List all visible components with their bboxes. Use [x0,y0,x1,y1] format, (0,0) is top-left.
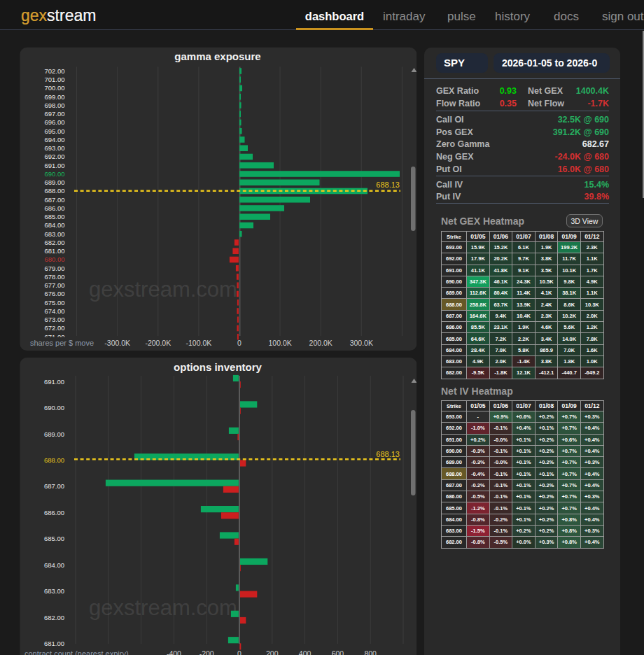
svg-text:700.00: 700.00 [44,84,64,92]
svg-text:680.00: 680.00 [44,255,64,263]
svg-text:-200.0K: -200.0K [145,339,171,347]
svg-text:692.00: 692.00 [44,153,64,160]
svg-text:702.00: 702.00 [44,67,64,75]
svg-text:690.00: 690.00 [44,404,64,411]
svg-text:676.00: 676.00 [44,290,64,297]
svg-text:698.00: 698.00 [44,101,64,109]
svg-text:683.00: 683.00 [44,587,64,595]
svg-text:gexstream.com: gexstream.com [89,596,237,620]
svg-text:685.00: 685.00 [44,535,64,542]
svg-text:-400: -400 [167,649,181,655]
svg-text:688.13: 688.13 [376,181,400,189]
svg-text:gexstream.com: gexstream.com [89,277,237,302]
svg-text:0: 0 [237,649,241,655]
svg-text:200: 200 [266,649,279,655]
svg-text:0: 0 [237,339,241,347]
svg-text:682.00: 682.00 [44,239,64,246]
svg-text:695.00: 695.00 [44,127,64,135]
svg-text:673.00: 673.00 [44,316,64,323]
svg-text:689.00: 689.00 [44,178,64,186]
svg-text:687.00: 687.00 [44,482,64,490]
svg-text:691.00: 691.00 [44,378,64,386]
svg-text:679.00: 679.00 [44,265,64,272]
svg-text:683.00: 683.00 [44,230,64,238]
svg-text:-200: -200 [200,649,214,655]
svg-text:681.00: 681.00 [44,247,64,255]
svg-text:300.0K: 300.0K [350,339,373,347]
svg-text:678.00: 678.00 [44,273,64,281]
svg-text:699.00: 699.00 [44,93,64,101]
svg-text:shares per $ move: shares per $ move [30,339,94,347]
svg-text:675.00: 675.00 [44,299,64,307]
svg-text:contract count (nearest expiry: contract count (nearest expiry) [24,649,129,655]
svg-text:-300.0K: -300.0K [104,339,130,347]
svg-text:688.00: 688.00 [44,456,64,464]
svg-text:686.00: 686.00 [44,509,64,516]
svg-text:672.00: 672.00 [44,324,64,332]
svg-text:686.00: 686.00 [44,204,64,212]
svg-text:-100.0K: -100.0K [186,339,212,347]
svg-text:688.00: 688.00 [44,187,64,195]
svg-text:689.00: 689.00 [44,430,64,438]
svg-text:691.00: 691.00 [44,162,64,169]
svg-text:690.00: 690.00 [44,170,64,178]
svg-text:200.0K: 200.0K [309,339,332,347]
svg-text:694.00: 694.00 [44,136,64,143]
svg-text:681.00: 681.00 [44,640,64,647]
svg-text:100.0K: 100.0K [268,339,291,347]
svg-text:696.00: 696.00 [44,118,64,126]
svg-text:options inventory: options inventory [174,361,262,373]
svg-text:693.00: 693.00 [44,144,64,152]
svg-text:688.13: 688.13 [376,450,400,458]
svg-text:800: 800 [364,649,377,655]
svg-text:687.00: 687.00 [44,196,64,204]
svg-text:677.00: 677.00 [44,281,64,289]
svg-text:400: 400 [299,649,312,655]
svg-text:684.00: 684.00 [44,561,64,569]
svg-text:685.00: 685.00 [44,213,64,220]
svg-text:684.00: 684.00 [44,221,64,229]
svg-text:gamma exposure: gamma exposure [174,50,260,62]
svg-text:697.00: 697.00 [44,110,64,118]
svg-text:674.00: 674.00 [44,307,64,315]
svg-text:600: 600 [332,649,344,655]
svg-text:701.00: 701.00 [44,76,64,83]
svg-text:682.00: 682.00 [44,614,64,621]
